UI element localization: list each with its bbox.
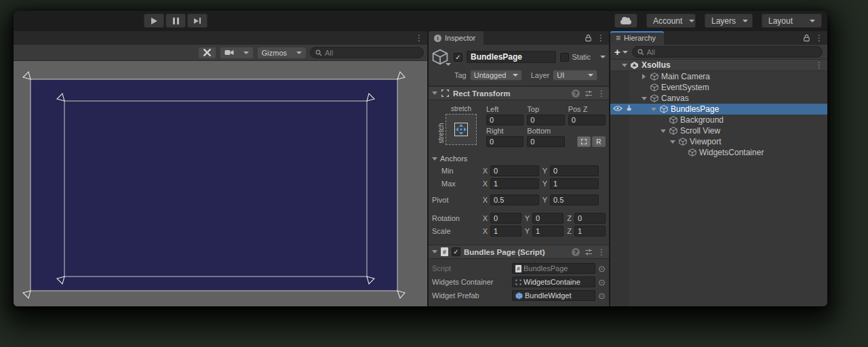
canvas-rect[interactable] bbox=[31, 79, 397, 291]
scene-toolbar: Gizmos bbox=[14, 45, 427, 61]
create-object-button[interactable]: + bbox=[614, 46, 628, 58]
axis-x-label: X bbox=[482, 180, 488, 188]
visibility-eye-icon[interactable] bbox=[613, 105, 623, 112]
active-checkbox[interactable]: ✓ bbox=[454, 53, 462, 62]
anchor-min-x-field[interactable]: 0 bbox=[490, 165, 539, 176]
hierarchy-tree: Main Camera EventSystem Canvas bbox=[610, 71, 827, 306]
hierarchy-item-viewport[interactable]: Viewport bbox=[610, 136, 827, 147]
anchor-max-y-field[interactable]: 1 bbox=[550, 178, 599, 189]
presets-icon[interactable] bbox=[585, 248, 593, 256]
foldout-expanded-icon[interactable] bbox=[642, 97, 647, 100]
widget-prefab-field[interactable]: BundleWidget bbox=[512, 290, 595, 301]
pivot-y-field[interactable]: 0.5 bbox=[550, 195, 599, 205]
foldout-expanded-icon[interactable] bbox=[432, 91, 437, 95]
hierarchy-search bbox=[632, 46, 823, 58]
scale-label: Scale bbox=[432, 227, 479, 235]
static-checkbox[interactable] bbox=[560, 53, 569, 62]
hierarchy-panel: ≡ Hierarchy ⋮ + bbox=[610, 31, 827, 306]
layers-dropdown[interactable]: Layers bbox=[705, 14, 753, 28]
script-object-field[interactable]: # BundlesPage bbox=[512, 263, 595, 274]
hierarchy-item-eventsystem[interactable]: EventSystem bbox=[610, 82, 827, 93]
inspector-tabbar: i Inspector ⋮ bbox=[429, 31, 609, 45]
foldout-expanded-icon[interactable] bbox=[651, 108, 656, 111]
gizmos-dropdown[interactable]: Gizmos bbox=[257, 47, 307, 59]
scene-camera-button[interactable] bbox=[220, 47, 254, 59]
raw-edit-mode-button[interactable]: R bbox=[592, 136, 606, 147]
gameobject-name-field[interactable] bbox=[467, 51, 556, 63]
tools-icon bbox=[203, 48, 212, 57]
anchor-preset-widget[interactable] bbox=[446, 114, 477, 145]
rotation-z-field[interactable]: 0 bbox=[574, 213, 606, 224]
inspector-kebab-icon[interactable]: ⋮ bbox=[597, 34, 605, 42]
top-field[interactable]: 0 bbox=[527, 115, 564, 125]
left-field[interactable]: 0 bbox=[486, 115, 524, 125]
search-icon bbox=[315, 49, 322, 56]
foldout-expanded-icon[interactable] bbox=[660, 129, 666, 133]
chevron-down-icon bbox=[446, 63, 451, 66]
hierarchy-item-bundlespage[interactable]: BundlesPage bbox=[610, 104, 827, 115]
hierarchy-item-scroll-view[interactable]: Scroll View bbox=[610, 125, 827, 136]
tag-dropdown[interactable]: Untagged bbox=[470, 70, 522, 81]
static-toggle[interactable]: Static bbox=[560, 53, 606, 62]
cloud-services-button[interactable] bbox=[614, 14, 637, 28]
help-icon[interactable]: ? bbox=[572, 89, 580, 98]
lock-icon[interactable] bbox=[803, 34, 810, 42]
hierarchy-item-main-camera[interactable]: Main Camera bbox=[610, 71, 827, 82]
gameobject-cube-icon[interactable] bbox=[432, 49, 450, 65]
pause-button[interactable] bbox=[165, 14, 186, 28]
hierarchy-kebab-icon[interactable]: ⋮ bbox=[815, 34, 823, 42]
pivot-x-field[interactable]: 0.5 bbox=[490, 195, 539, 205]
object-picker-icon[interactable]: ⊙ bbox=[598, 278, 606, 287]
blueprint-mode-button[interactable] bbox=[577, 136, 591, 147]
tab-hierarchy[interactable]: ≡ Hierarchy bbox=[610, 31, 664, 45]
pause-icon bbox=[173, 18, 179, 24]
gameobject-cube-icon bbox=[688, 148, 696, 157]
pickability-hand-icon[interactable] bbox=[625, 104, 633, 112]
object-picker-icon[interactable]: ⊙ bbox=[598, 264, 606, 273]
hierarchy-item-background[interactable]: Background bbox=[610, 115, 827, 125]
object-picker-icon[interactable]: ⊙ bbox=[598, 291, 606, 300]
rect-transform-header[interactable]: Rect Transform ? ⋮ bbox=[429, 86, 609, 100]
rotation-y-field[interactable]: 0 bbox=[532, 213, 564, 224]
anchor-min-y-field[interactable]: 0 bbox=[550, 165, 599, 176]
account-dropdown[interactable]: Account bbox=[646, 14, 696, 28]
right-field[interactable]: 0 bbox=[486, 136, 524, 147]
bottom-field[interactable]: 0 bbox=[527, 136, 564, 147]
hierarchy-search-input[interactable] bbox=[647, 48, 817, 56]
lock-icon[interactable] bbox=[585, 34, 592, 42]
foldout-expanded-icon[interactable] bbox=[670, 140, 675, 144]
layer-dropdown[interactable]: UI bbox=[553, 70, 597, 81]
scene-tools-button[interactable] bbox=[198, 47, 216, 59]
layout-label: Layout bbox=[768, 16, 793, 26]
scene-viewport[interactable] bbox=[14, 61, 427, 306]
foldout-expanded-icon[interactable] bbox=[432, 250, 437, 253]
scene-kebab-icon[interactable]: ⋮ bbox=[815, 61, 823, 69]
hierarchy-item-widgetscontainer[interactable]: WidgetsContainer bbox=[610, 147, 827, 158]
component-kebab-icon[interactable]: ⋮ bbox=[597, 89, 606, 98]
play-button[interactable] bbox=[144, 14, 164, 28]
plus-icon: + bbox=[614, 46, 620, 58]
hierarchy-item-canvas[interactable]: Canvas bbox=[610, 93, 827, 104]
foldout-expanded-icon[interactable] bbox=[622, 64, 627, 67]
scene-search-input[interactable] bbox=[325, 49, 418, 57]
anchor-max-x-field[interactable]: 1 bbox=[490, 178, 539, 189]
layout-dropdown[interactable]: Layout bbox=[762, 14, 822, 28]
foldout-collapsed-icon[interactable] bbox=[642, 74, 646, 79]
tab-inspector[interactable]: i Inspector bbox=[429, 31, 484, 45]
help-icon[interactable]: ? bbox=[572, 248, 580, 256]
scene-menu-kebab-icon[interactable]: ⋮ bbox=[415, 34, 423, 42]
rotation-x-field[interactable]: 0 bbox=[490, 213, 521, 224]
posz-field[interactable]: 0 bbox=[568, 115, 606, 125]
script-component-header[interactable]: # ✓ Bundles Page (Script) ? ⋮ bbox=[429, 245, 609, 259]
step-button[interactable] bbox=[187, 14, 208, 28]
presets-icon[interactable] bbox=[585, 89, 593, 98]
scale-y-field[interactable]: 1 bbox=[532, 226, 564, 237]
widgets-container-field[interactable]: WidgetsContaine bbox=[512, 277, 595, 287]
script-enabled-checkbox[interactable]: ✓ bbox=[452, 247, 460, 256]
scene-header-row[interactable]: Xsollus ⋮ bbox=[610, 60, 827, 71]
anchors-foldout[interactable]: Anchors bbox=[432, 155, 606, 163]
scale-z-field[interactable]: 1 bbox=[574, 226, 606, 237]
gameobject-cube-icon bbox=[669, 116, 677, 124]
component-kebab-icon[interactable]: ⋮ bbox=[597, 248, 606, 256]
scale-x-field[interactable]: 1 bbox=[490, 226, 521, 237]
